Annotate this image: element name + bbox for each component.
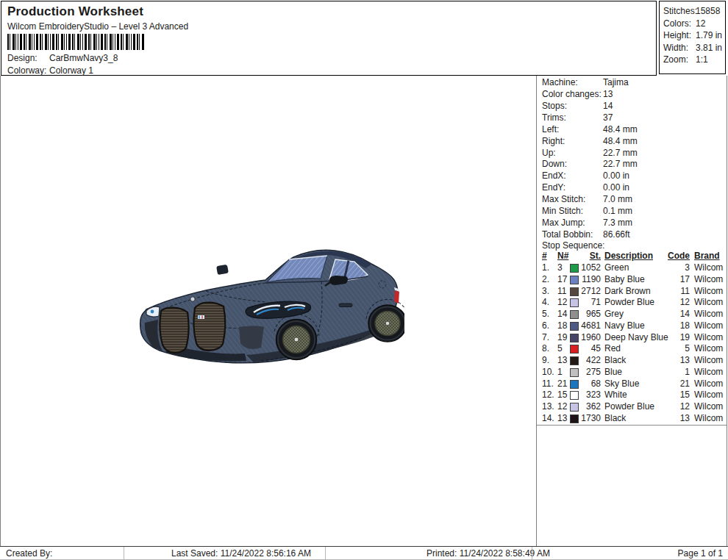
- row-index: 4.: [542, 297, 549, 309]
- col-header-n: N#: [557, 251, 568, 261]
- stat-label: Stitches:: [663, 5, 696, 18]
- row-index: 3.: [542, 286, 549, 298]
- needle-number: 19: [557, 332, 567, 344]
- stat-row: Colors: 12: [660, 18, 725, 30]
- stitch-count: 68: [578, 378, 601, 390]
- footer-page-number: Page 1 of 1: [678, 548, 723, 559]
- needle-number: 13: [557, 413, 567, 425]
- stitch-count: 1960: [578, 332, 601, 344]
- thread-description: Grey: [604, 309, 624, 320]
- machine-info-row: Machine: Tajima: [537, 77, 727, 89]
- row-index: 11.: [542, 378, 554, 390]
- stat-row: Width: 3.81 in: [660, 42, 725, 54]
- thread-description: Green: [604, 262, 629, 274]
- machine-info-label: Stops:: [537, 101, 603, 112]
- machine-info-label: Machine:: [537, 77, 603, 89]
- tail-light: [394, 287, 399, 304]
- m-badge: [198, 315, 204, 319]
- machine-info-value: 7.0 mm: [603, 194, 632, 206]
- thread-code: 12: [668, 401, 690, 413]
- stitch-count: 71: [578, 297, 601, 309]
- machine-info-label: Up:: [537, 148, 603, 159]
- needle-number: 15: [557, 390, 567, 401]
- thread-code: 19: [668, 332, 690, 344]
- machine-info-row: Color changes: 13: [537, 89, 727, 101]
- row-index: 2.: [542, 274, 549, 286]
- machine-info-value: 22.7 mm: [603, 148, 638, 159]
- stat-label: Zoom:: [663, 54, 696, 66]
- stitch-count: 45: [578, 343, 601, 355]
- bmw-roundel: [190, 297, 195, 301]
- stat-value: 1:1: [696, 54, 708, 66]
- machine-info-row: Stops: 14: [537, 101, 727, 112]
- side-mirror: [329, 276, 348, 285]
- machine-info-label: Down:: [537, 159, 603, 170]
- machine-info-label: Right:: [537, 136, 603, 148]
- machine-info-label: Total Bobbin:: [537, 229, 603, 241]
- machine-info-value: 37: [603, 112, 613, 124]
- thread-description: Navy Blue: [604, 320, 645, 332]
- far-side-mirror: [216, 265, 229, 275]
- stop-sequence-row: 5. 14 965 Grey 14 Wilcom: [537, 309, 727, 320]
- stat-value: 1.79 in: [696, 29, 722, 42]
- stop-sequence-row: 10. 1 275 Blue 1 Wilcom: [537, 367, 727, 378]
- software-subtitle: Wilcom EmbroideryStudio – Level 3 Advanc…: [7, 21, 188, 32]
- thread-code: 18: [668, 320, 690, 332]
- thread-brand: Wilcom: [694, 355, 723, 367]
- stitch-count: 422: [578, 355, 601, 367]
- stop-sequence-row: 8. 5 45 Red 5 Wilcom: [537, 343, 727, 355]
- stitch-count: 1730: [578, 413, 601, 425]
- stitch-count: 362: [578, 401, 601, 413]
- stat-label: Width:: [663, 42, 696, 54]
- thread-brand: Wilcom: [694, 262, 723, 274]
- machine-info-row: Left: 48.4 mm: [537, 124, 727, 136]
- thread-brand: Wilcom: [694, 309, 723, 320]
- machine-info-label: Min Stitch:: [537, 206, 603, 218]
- car-center-intake: [239, 326, 264, 350]
- stitch-count: 1052: [578, 262, 601, 274]
- footer-separator: [532, 547, 532, 559]
- stitch-count: 275: [578, 367, 601, 378]
- stat-value: 3.81 in: [696, 42, 722, 54]
- footer-bar: Created By: Last Saved: 11/24/2022 8:56:…: [0, 546, 728, 560]
- machine-info-label: EndY:: [537, 182, 603, 194]
- col-header-num: #: [542, 251, 547, 261]
- machine-info-value: Tajima: [603, 77, 629, 89]
- page-title: Production Worksheet: [7, 4, 143, 19]
- machine-info-row: EndY: 0.00 in: [537, 182, 727, 194]
- thread-description: Sky Blue: [604, 378, 639, 390]
- thread-description: Powder Blue: [604, 401, 654, 413]
- stop-sequence-row: 1. 3 1052 Green 3 Wilcom: [537, 262, 727, 274]
- thread-brand: Wilcom: [694, 390, 723, 401]
- thread-description: Baby Blue: [604, 274, 645, 286]
- needle-number: 12: [557, 297, 567, 309]
- col-header-brand: Brand: [694, 251, 720, 261]
- stat-row: Zoom: 1:1: [660, 54, 725, 66]
- thread-description: Dark Brown: [604, 286, 651, 298]
- colorway-row: Colorway:Colorway 1: [7, 65, 93, 76]
- thread-code: 5: [668, 343, 690, 355]
- thread-brand: Wilcom: [694, 378, 723, 390]
- col-header-st: St.: [578, 251, 601, 261]
- thread-code: 1: [668, 367, 690, 378]
- thread-description: Powder Blue: [604, 297, 654, 309]
- thread-code: 17: [668, 274, 690, 286]
- col-header-code: Code: [668, 251, 690, 261]
- design-stats-box: Stitches: 15858 Colors: 12 Height: 1.79 …: [659, 1, 726, 74]
- stop-sequence-row: 9. 13 422 Black 13 Wilcom: [537, 355, 727, 367]
- machine-info-row: Min Stitch: 0.1 mm: [537, 206, 727, 218]
- thread-code: 12: [668, 297, 690, 309]
- machine-info-label: Left:: [537, 124, 603, 136]
- stat-label: Colors:: [663, 18, 696, 30]
- row-index: 14.: [542, 413, 554, 425]
- stat-label: Height:: [663, 29, 696, 42]
- stitch-count: 965: [578, 309, 601, 320]
- stat-row: Height: 1.79 in: [660, 29, 725, 42]
- stop-sequence-header: # N# St. Description Code Brand: [537, 251, 727, 262]
- row-index: 13.: [542, 401, 554, 413]
- thread-description: White: [604, 390, 627, 401]
- row-index: 10.: [542, 367, 554, 378]
- needle-number: 5: [557, 343, 563, 355]
- row-index: 8.: [542, 343, 549, 355]
- machine-info-row: Up: 22.7 mm: [537, 148, 727, 159]
